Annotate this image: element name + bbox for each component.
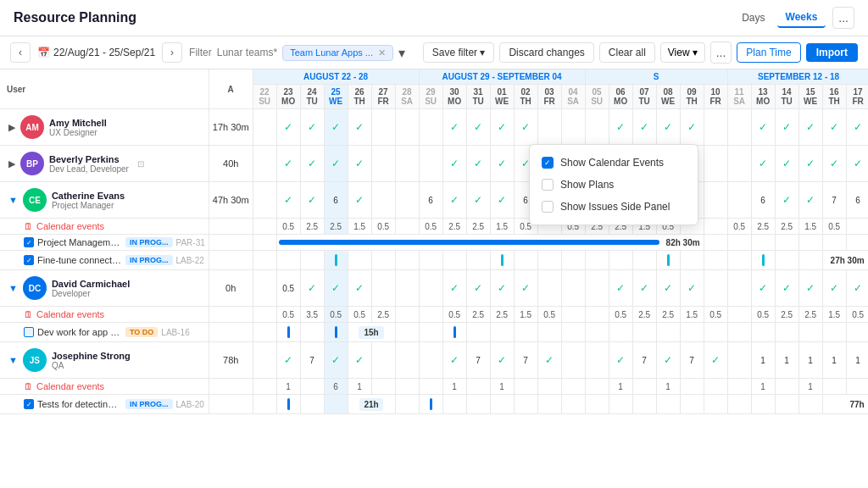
amy-d15: ✓ (798, 109, 822, 146)
toolbar: ‹ 📅 22/Aug/21 - 25/Sep/21 › Filter Lunar… (0, 36, 868, 69)
amy-d13: ✓ (751, 109, 775, 146)
view-chevron-icon: ▾ (693, 47, 698, 58)
avatar-david: DC (23, 276, 47, 300)
amy-d17: ✓ (846, 109, 868, 146)
task-row-tests: ✓ Tests for detecting omega p... IN PROG… (0, 395, 868, 414)
task-cb-tests[interactable]: ✓ (24, 399, 34, 409)
task-name-tests: Tests for detecting omega p... (37, 399, 122, 409)
amy-d24: ✓ (300, 109, 324, 146)
day-26-th: 26TH (348, 85, 371, 109)
task-cb-proj-mgmt[interactable]: ✓ (24, 237, 34, 247)
day-15-we: 15WE (798, 85, 822, 109)
filter-section: Filter Lunar teams* Team Lunar Apps ... … (189, 45, 416, 61)
amy-d31: ✓ (466, 109, 490, 146)
user-row-beverly: ▶ BP Beverly Perkins Dev Lead, Developer… (0, 146, 868, 182)
date-range: 📅 22/Aug/21 - 25/Sep/21 (37, 47, 155, 58)
page-title: Resource Planning (14, 10, 136, 25)
amy-d10 (704, 109, 727, 146)
expand-josephine[interactable]: ▼ (8, 355, 18, 365)
task-cb-dev-app[interactable] (24, 327, 34, 337)
filter-funnel-icon[interactable]: ▾ (398, 45, 405, 61)
day-30-mo: 30MO (442, 85, 466, 109)
user-role-amy: UX Designer (49, 128, 107, 137)
filter-team-label: Lunar teams* (217, 47, 277, 58)
weeks-view-btn[interactable]: Weeks (777, 8, 826, 28)
calendar-events-icon-catherine: 🗓 (24, 221, 33, 231)
expand-david[interactable]: ▼ (8, 283, 18, 293)
clear-all-btn[interactable]: Clear all (599, 42, 655, 63)
month-aug22: AUGUST 22 - 28 (253, 69, 419, 85)
day-29-su: 29SU (419, 85, 442, 109)
task-badge-fine-tune: IN PROG... (125, 255, 173, 265)
day-28-sa: 28SA (395, 85, 419, 109)
user-name-amy: Amy Mitchell (49, 118, 107, 128)
amy-d22 (253, 109, 276, 146)
main-content: User A AUGUST 22 - 28 AUGUST 29 - SEPTEM… (0, 69, 868, 488)
day-31-tu: 31TU (466, 85, 490, 109)
task-hours-fine-tune: 27h 30m (822, 251, 868, 270)
day-16-th: 16TH (822, 85, 846, 109)
user-role-david: Developer (52, 289, 130, 298)
amy-d27 (371, 109, 395, 146)
date-range-text: 22/Aug/21 - 25/Sep/21 (53, 47, 155, 58)
task-badge-dev-app: TO DO (125, 327, 158, 337)
expand-amy[interactable]: ▶ (8, 122, 15, 133)
top-bar: Resource Planning Days Weeks ... (0, 0, 868, 36)
save-filter-btn[interactable]: Save filter ▾ (423, 42, 495, 63)
plan-time-btn[interactable]: Plan Time (737, 42, 800, 63)
alloc-amy: 17h 30m (209, 109, 253, 146)
task-name-fine-tune: Fine-tune connections with ... (37, 255, 122, 265)
amy-d16: ✓ (822, 109, 846, 146)
view-label: View (668, 47, 690, 58)
task-hours-dev-app: 15h (359, 326, 383, 339)
calendar-row-josephine: 🗓 Calendar events 1 6 1 1 (0, 379, 868, 395)
alloc-beverly: 40h (209, 146, 253, 182)
view-dropdown-btn[interactable]: View ▾ (660, 42, 705, 63)
day-06-mo: 06MO (609, 85, 632, 109)
alloc-catherine: 47h 30m (209, 182, 253, 219)
user-role-catherine: Project Manager (52, 201, 125, 210)
dropdown-item-calendar-events[interactable]: ✓ Show Calendar Events (530, 152, 698, 174)
nav-prev-btn[interactable]: ‹ (10, 42, 31, 63)
task-id-proj-mgmt: PAR-31 (176, 238, 205, 247)
day-25-we: 25WE (324, 85, 348, 109)
nav-next-btn[interactable]: › (162, 42, 182, 63)
avatar-beverly: BP (20, 152, 44, 175)
month-sep12: SEPTEMBER 12 - 18 (727, 69, 868, 85)
filter-tag-remove[interactable]: ✕ (378, 47, 386, 58)
task-cb-fine-tune[interactable]: ✓ (24, 255, 34, 265)
day-22-su: 22SU (253, 85, 276, 109)
cb-plans (542, 179, 554, 191)
user-role-josephine: QA (52, 361, 131, 370)
actions-more-btn[interactable]: ... (710, 42, 732, 64)
topbar-more-btn[interactable]: ... (832, 7, 854, 29)
amy-d23: ✓ (276, 109, 300, 146)
user-cell-catherine: ▼ CE Catherine Evans Project Manager (0, 182, 209, 219)
amy-d05 (585, 109, 609, 146)
dropdown-item-plans[interactable]: Show Plans (530, 174, 698, 196)
days-view-btn[interactable]: Days (733, 8, 773, 28)
day-01-we: 01WE (490, 85, 514, 109)
task-row-proj-mgmt: ✓ Project Management IN PROG... PAR-31 (0, 235, 868, 251)
expand-beverly[interactable]: ▶ (8, 158, 15, 169)
task-hours-right-tests: 77h (822, 395, 868, 414)
amy-d08: ✓ (656, 109, 680, 146)
discard-changes-btn[interactable]: Discard changes (499, 42, 593, 63)
toolbar-actions: Save filter ▾ Discard changes Clear all … (423, 42, 858, 64)
app-container: Resource Planning Days Weeks ... ‹ 📅 22/… (0, 0, 868, 488)
day-23-mo: 23MO (276, 85, 300, 109)
amy-d06: ✓ (609, 109, 632, 146)
alloc-josephine: 78h (209, 342, 253, 379)
calendar-events-icon-david: 🗓 (24, 309, 33, 319)
view-toggle: Days Weeks (733, 8, 826, 28)
alloc-david: 0h (209, 270, 253, 307)
month-header-row: User A AUGUST 22 - 28 AUGUST 29 - SEPTEM… (0, 69, 868, 85)
day-11-sa: 11SA (727, 85, 751, 109)
view-dropdown-overlay: ✓ Show Calendar Events Show Plans Show I… (529, 144, 698, 225)
beverly-icon: ⊡ (137, 159, 144, 169)
filter-tag[interactable]: Team Lunar Apps ... ✕ (282, 45, 393, 61)
resource-table[interactable]: User A AUGUST 22 - 28 AUGUST 29 - SEPTEM… (0, 69, 868, 488)
expand-catherine[interactable]: ▼ (8, 195, 18, 205)
dropdown-item-issues[interactable]: Show Issues Side Panel (530, 196, 698, 218)
import-btn[interactable]: Import (806, 43, 858, 62)
